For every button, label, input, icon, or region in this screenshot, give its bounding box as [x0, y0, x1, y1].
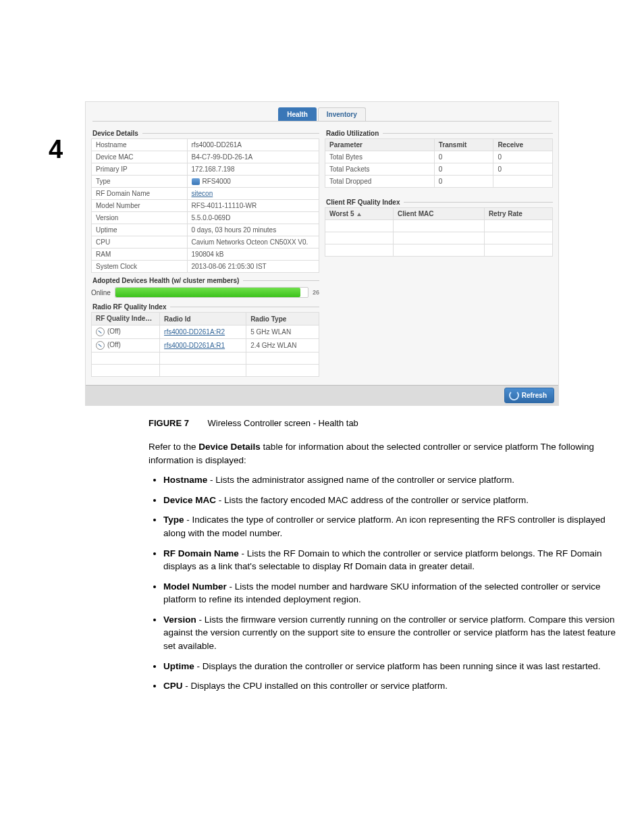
list-item: RF Domain Name - Lists the RF Domain to …	[163, 547, 617, 573]
col-worst5[interactable]: Worst 5	[325, 208, 394, 220]
device-icon	[192, 178, 200, 185]
device-details-table: Hostnamerfs4000-DD261A Device MACB4-C7-9…	[91, 138, 319, 273]
radio-id-link[interactable]: rfs4000-DD261A:R2	[164, 328, 225, 336]
status-icon	[96, 328, 105, 336]
sort-indicator-icon	[152, 315, 159, 323]
radio-rf-quality-title: Radio RF Quality Index	[92, 303, 319, 311]
device-details-title: Device Details	[92, 130, 319, 137]
tab-health[interactable]: Health	[278, 107, 317, 121]
figure-caption-text: Wireless Controller screen - Health tab	[208, 418, 358, 428]
tab-inventory[interactable]: Inventory	[318, 107, 366, 121]
col-rf-quality-index[interactable]: RF Quality Index	[92, 313, 160, 325]
refresh-button[interactable]: Refresh	[504, 388, 554, 403]
table-row: (Off) rfs4000-DD261A:R2 5 GHz WLAN	[92, 325, 319, 339]
radio-utilization-table: Parameter Transmit Receive Total Bytes00…	[325, 138, 553, 188]
adopted-devices-title: Adopted Devices Health (w/ cluster membe…	[92, 277, 319, 284]
status-icon	[96, 341, 105, 350]
body-text: Refer to the Device Details table for in…	[149, 440, 617, 692]
client-rf-quality-title: Client RF Quality Index	[326, 199, 553, 206]
list-item: Model Number - Lists the model number an…	[163, 580, 617, 606]
adopted-online-bar: Online 26	[91, 287, 319, 298]
list-item: Device MAC - Lists the factory encoded M…	[163, 494, 617, 507]
online-label: Online	[91, 289, 111, 296]
col-client-mac[interactable]: Client MAC	[394, 208, 485, 220]
list-item: Version - Lists the firmware version cur…	[163, 613, 617, 653]
client-rf-quality-table: Worst 5 Client MAC Retry Rate	[325, 207, 553, 257]
wireless-controller-screenshot: Health Inventory Device Details Hostname…	[85, 101, 559, 406]
table-row: (Off) rfs4000-DD261A:R1 2.4 GHz WLAN	[92, 339, 319, 353]
col-radio-id[interactable]: Radio Id	[160, 313, 246, 325]
online-count: 26	[313, 289, 319, 296]
list-item: Hostname - Lists the administrator assig…	[163, 473, 617, 487]
refresh-icon	[509, 390, 519, 400]
bottom-toolbar: Refresh	[86, 385, 558, 405]
radio-rf-quality-table: RF Quality Index Radio Id Radio Type (Of…	[91, 312, 319, 377]
col-radio-type[interactable]: Radio Type	[246, 313, 319, 325]
list-item: Uptime - Displays the duration the contr…	[163, 660, 617, 673]
rf-domain-link[interactable]: sitecon	[192, 190, 213, 197]
sort-icon	[357, 213, 361, 216]
figure-label: FIGURE 7	[149, 418, 189, 428]
figure-caption: FIGURE 7 Wireless Controller screen - He…	[149, 418, 644, 428]
page-number: 4	[49, 135, 63, 164]
list-item: Type - Indicates the type of controller …	[163, 513, 617, 540]
col-parameter[interactable]: Parameter	[325, 139, 435, 151]
radio-id-link[interactable]: rfs4000-DD261A:R1	[164, 342, 225, 349]
col-retry-rate[interactable]: Retry Rate	[484, 208, 552, 220]
radio-utilization-title: Radio Utilization	[326, 130, 553, 137]
col-receive[interactable]: Receive	[493, 139, 553, 151]
list-item: CPU - Displays the CPU installed on this…	[163, 679, 617, 693]
col-transmit[interactable]: Transmit	[434, 139, 493, 151]
tab-bar: Health Inventory	[92, 102, 552, 122]
